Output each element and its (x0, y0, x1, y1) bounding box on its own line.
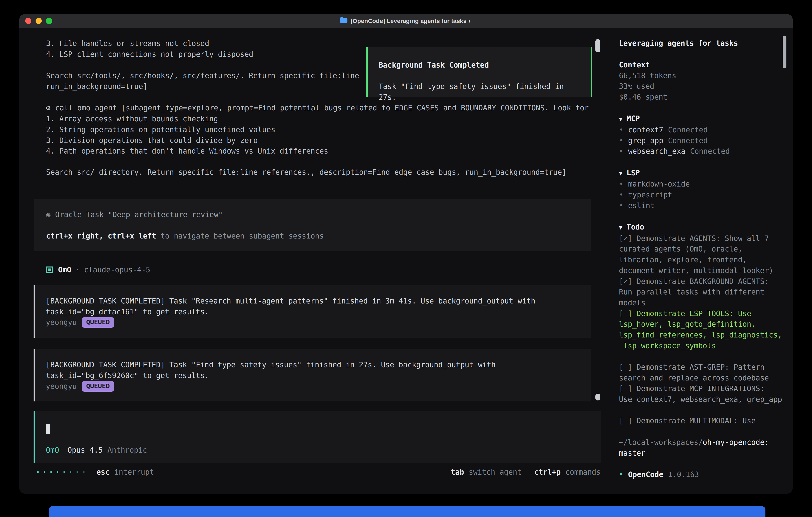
agent-model: claude-opus-4-5 (84, 265, 150, 275)
message-meta: yeongyu QUEUED (46, 381, 591, 392)
mcp-name: grep_app (628, 135, 663, 146)
tab-key-label: switch agent (469, 467, 522, 478)
lsp-name: eslint (628, 200, 655, 211)
tool-call-items: 1. Array access without bounds checking … (46, 113, 328, 157)
statusbar-right: tab switch agent ctrl+p commands (451, 467, 601, 478)
log-output: 3. File handles or streams not closed 4.… (46, 38, 359, 92)
bullet-icon: • (619, 135, 624, 146)
input-model-name: Opus 4.5 (67, 445, 103, 456)
statusbar-left: ········ esc interrupt (35, 467, 154, 478)
queued-badge: QUEUED (82, 317, 114, 328)
ctrlp-key-label: commands (566, 467, 601, 478)
toast-notification: Background Task Completed Task "Find typ… (366, 47, 592, 97)
mcp-status: Connected (668, 125, 708, 135)
context-heading: Context (619, 60, 785, 71)
input-agent-name: OmO (46, 445, 59, 456)
lsp-heading[interactable]: ▼LSP (619, 167, 785, 179)
mcp-item: •context7Connected (619, 125, 785, 135)
spinner-icon: ········ (35, 467, 88, 478)
lsp-heading-label: LSP (627, 168, 640, 177)
tab-key-hint: tab (451, 467, 464, 478)
context-spent: $0.46 spent (619, 92, 785, 103)
lsp-name: markdown-oxide (628, 179, 690, 190)
bullet-icon: • (619, 190, 624, 200)
message-background-task-1: [BACKGROUND TASK COMPLETED] Task "Resear… (34, 285, 591, 338)
close-button[interactable] (25, 18, 31, 24)
app-version: 1.0.163 (668, 469, 699, 480)
hint-key-left: ctrl+x left (108, 232, 156, 240)
bullet-icon: • (619, 200, 624, 211)
mcp-name: websearch_exa (628, 146, 685, 157)
esc-key-hint: esc (96, 467, 110, 478)
mcp-status: Connected (690, 146, 730, 157)
ctrlp-key-hint: ctrl+p (534, 467, 561, 478)
mcp-item: •grep_appConnected (619, 135, 785, 146)
bullet-icon: • (619, 179, 624, 190)
todo-item-done: [✓] Demonstrate AGENTS: Show all 7 curat… (619, 233, 785, 276)
todo-item-pending: [ ] Demonstrate MULTIMODAL: Use (619, 415, 785, 426)
hint-key-right: ctrl+x right, (46, 232, 103, 240)
lsp-item: •markdown-oxide (619, 179, 785, 190)
toast-title: Background Task Completed (379, 60, 585, 71)
tool-call-footer: Search src/ directory. Return specific f… (46, 167, 566, 178)
window-title: [OpenCode] Leveraging agents for tasks ◐ (340, 16, 472, 26)
todo-item-done: [✓] Demonstrate BACKGROUND AGENTS: Run p… (619, 276, 785, 308)
collapse-icon: ▼ (619, 115, 622, 123)
titlebar: [OpenCode] Leveraging agents for tasks ◐ (19, 14, 793, 28)
input-provider-name: Anthropic (108, 445, 147, 456)
todo-heading[interactable]: ▼Todo (619, 222, 785, 233)
lsp-name: typescript (628, 190, 672, 200)
workspace-path: ~/local-workspaces/oh-my-opencode: maste… (619, 437, 785, 458)
main-scrollbar-thumb-lower[interactable] (596, 393, 600, 401)
main-scrollbar-thumb[interactable] (596, 39, 600, 52)
mcp-item: •websearch_exaConnected (619, 146, 785, 157)
workspace-path-prefix: ~/local-workspaces/ (619, 438, 703, 446)
tool-call-text: call_omo_agent [subagent_type=explore, p… (55, 103, 589, 113)
oracle-task-title-row: ◉Oracle Task "Deep architecture review" (46, 209, 591, 220)
bullet-icon: • (619, 125, 624, 135)
oracle-task-title: Oracle Task "Deep architecture review" (55, 210, 223, 219)
minimize-button[interactable] (35, 18, 42, 24)
app-window: [OpenCode] Leveraging agents for tasks ◐… (19, 14, 793, 494)
oracle-task-panel: ◉Oracle Task "Deep architecture review" … (34, 199, 591, 251)
lsp-item: •eslint (619, 200, 785, 211)
context-used: 33% used (619, 81, 785, 92)
bullet-icon: • (619, 146, 624, 157)
mcp-heading-label: MCP (627, 114, 640, 123)
session-title: Leveraging agents for tasks (619, 38, 785, 49)
prompt-input[interactable]: OmO Opus 4.5 Anthropic (34, 411, 601, 463)
app-name: OpenCode (628, 469, 663, 480)
toast-body: Task "Find type safety issues" finished … (379, 81, 585, 103)
folder-icon (340, 16, 347, 26)
todo-item-active: [ ] Demonstrate LSP TOOLS: Use lsp_hover… (619, 308, 785, 351)
message-text: [BACKGROUND TASK COMPLETED] Task "Resear… (46, 296, 591, 317)
lsp-item: •typescript (619, 190, 785, 200)
context-tokens: 66,518 tokens (619, 71, 785, 81)
tool-call-line: ⚙ call_omo_agent [subagent_type=explore,… (46, 103, 589, 113)
sidebar: Leveraging agents for tasks Context 66,5… (619, 38, 785, 480)
zoom-button[interactable] (46, 18, 52, 24)
collapse-icon: ▼ (619, 224, 622, 231)
text-cursor (46, 424, 50, 434)
mcp-heading[interactable]: ▼MCP (619, 113, 785, 125)
message-author: yeongyu (46, 317, 77, 328)
queued-badge: QUEUED (82, 381, 114, 391)
message-text: [BACKGROUND TASK COMPLETED] Task "Find t… (46, 359, 591, 381)
window-title-text: [OpenCode] Leveraging agents for tasks ◐ (351, 16, 472, 26)
agent-name: OmO (58, 265, 71, 275)
mcp-name: context7 (628, 125, 663, 135)
mcp-status: Connected (668, 135, 708, 146)
agent-separator: · (76, 265, 80, 275)
input-model-row: OmO Opus 4.5 Anthropic (46, 445, 147, 456)
agent-header: OmO · claude-opus-4-5 (46, 264, 150, 275)
message-meta: yeongyu QUEUED (46, 317, 591, 328)
esc-key-label: interrupt (114, 467, 154, 478)
todo-item-pending: [ ] Demonstrate MCP INTEGRATIONS: Use co… (619, 383, 785, 405)
message-background-task-2: [BACKGROUND TASK COMPLETED] Task "Find t… (34, 349, 591, 402)
hint-text: to navigate between subagent sessions (161, 232, 324, 240)
gear-icon: ⚙ (46, 103, 50, 113)
bottom-dock-bar[interactable] (49, 506, 765, 517)
bullet-icon: • (619, 469, 624, 480)
message-author: yeongyu (46, 381, 77, 392)
oracle-navigation-hint: ctrl+x right,ctrl+x leftto navigate betw… (46, 231, 591, 242)
